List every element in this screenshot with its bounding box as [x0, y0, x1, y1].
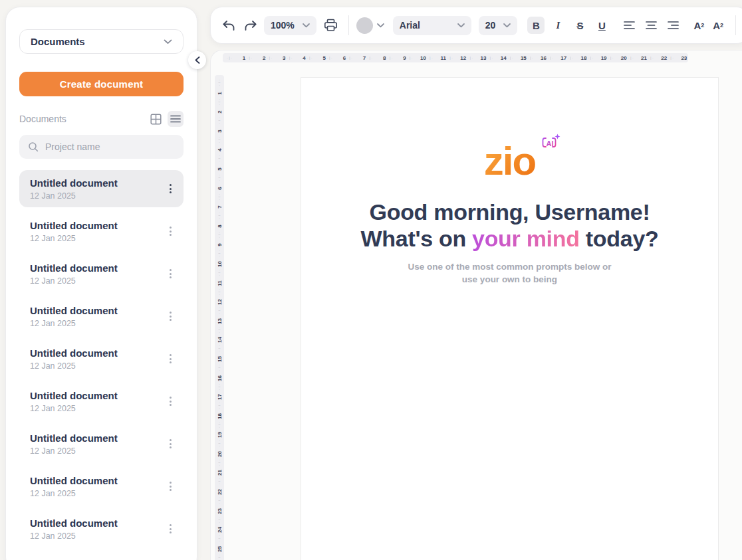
kebab-menu-icon[interactable] — [166, 478, 176, 495]
document-list-item[interactable]: Untitled document 12 Jan 2025 — [19, 468, 184, 505]
ruler-number: 21 — [641, 55, 647, 61]
ruler-number: 10 — [420, 55, 426, 61]
document-list-item[interactable]: Untitled document 12 Jan 2025 — [19, 213, 184, 250]
greeting-highlight: your mind — [472, 226, 580, 251]
document-title: Untitled document — [30, 219, 118, 232]
ruler-number: 9 — [216, 244, 222, 246]
redo-button[interactable] — [242, 17, 259, 34]
document-list-item[interactable]: Untitled document 12 Jan 2025 — [19, 510, 184, 547]
document-list-item[interactable]: Untitled document 12 Jan 2025 — [19, 255, 184, 292]
chevron-down-icon — [303, 23, 310, 28]
bold-button[interactable]: B — [527, 17, 545, 34]
align-left-button[interactable] — [620, 17, 638, 34]
document-list-item[interactable]: Untitled document 12 Jan 2025 — [19, 383, 184, 420]
font-size-value: 20 — [485, 20, 496, 31]
chevron-down-icon — [457, 23, 465, 28]
underline-button[interactable]: U — [593, 17, 610, 34]
document-title: Untitled document — [30, 304, 118, 317]
chevron-down-icon — [164, 39, 172, 45]
greeting-line1: Good morning, Username! — [370, 199, 650, 225]
ruler-number: 18 — [217, 413, 223, 419]
chevron-down-icon — [377, 23, 384, 28]
print-button[interactable] — [322, 17, 340, 34]
sidebar: Documents Create document Documents — [5, 7, 197, 560]
zio-logo-text: zio — [484, 139, 535, 183]
document-date: 12 Jan 2025 — [30, 191, 118, 201]
ruler-number: 17 — [217, 394, 223, 400]
document-date: 12 Jan 2025 — [30, 319, 118, 328]
ruler-number: 8 — [216, 225, 222, 227]
document-date: 12 Jan 2025 — [30, 531, 118, 541]
document-list-item[interactable]: Untitled document 12 Jan 2025 — [19, 340, 184, 377]
vertical-ruler[interactable]: 1234567891011121314151617181920212223242… — [215, 75, 224, 560]
toolbar-divider — [348, 15, 349, 35]
document-date: 12 Jan 2025 — [30, 489, 118, 498]
sidebar-collapse-button[interactable] — [188, 51, 206, 69]
document-list: Untitled document 12 Jan 2025 Untitled d… — [19, 170, 184, 547]
search-icon — [28, 141, 39, 152]
font-size-dropdown[interactable]: 20 — [479, 16, 518, 35]
prompt-subtitle: Use one of the most common prompts below… — [301, 260, 718, 286]
ai-badge-icon: AI — [539, 134, 560, 153]
document-page[interactable]: zio AI Good m — [301, 77, 719, 560]
greeting-heading: Good morning, Username! What's on your m… — [301, 199, 718, 252]
document-title: Untitled document — [30, 432, 118, 444]
kebab-menu-icon[interactable] — [166, 520, 176, 537]
ruler-number: 10 — [217, 261, 223, 267]
documents-section-title: Documents — [19, 114, 66, 124]
greeting-line2-prefix: What's on — [361, 226, 473, 251]
ruler-number: 13 — [217, 318, 223, 324]
ruler-number: 12 — [460, 55, 466, 61]
kebab-menu-icon[interactable] — [166, 223, 176, 240]
ruler-number: 23 — [681, 55, 687, 61]
ruler-number: 11 — [217, 280, 223, 286]
collection-dropdown[interactable]: Documents — [19, 29, 184, 54]
document-date: 12 Jan 2025 — [30, 234, 118, 243]
kebab-menu-icon[interactable] — [166, 393, 176, 410]
align-right-button[interactable] — [664, 17, 681, 34]
editor-toolbar: 100% Arial 20 B I — [210, 7, 742, 44]
align-center-button[interactable] — [642, 17, 660, 34]
zoom-dropdown[interactable]: 100% — [264, 16, 316, 35]
kebab-menu-icon[interactable] — [166, 435, 176, 452]
kebab-menu-icon[interactable] — [166, 350, 176, 367]
document-list-item[interactable]: Untitled document 12 Jan 2025 — [19, 298, 184, 335]
ruler-number: 14 — [217, 337, 223, 343]
create-document-button[interactable]: Create document — [19, 72, 184, 96]
document-list-item[interactable]: Untitled document 12 Jan 2025 — [19, 425, 184, 462]
ruler-number: 11 — [441, 55, 446, 61]
ruler-number: 2 — [216, 110, 222, 113]
search-input[interactable] — [45, 141, 175, 152]
ruler-number: 16 — [217, 375, 223, 381]
ruler-number: 13 — [481, 55, 487, 61]
ai-badge-label: AI — [547, 140, 554, 147]
document-title: Untitled document — [30, 262, 118, 274]
search-box — [19, 135, 184, 159]
font-family-dropdown[interactable]: Arial — [393, 16, 471, 35]
greeting-line2-suffix: today? — [580, 226, 659, 251]
ruler-number: 20 — [217, 451, 223, 457]
ruler-number: 20 — [621, 55, 627, 61]
zio-logo: zio AI — [484, 144, 535, 179]
subscript-button[interactable]: A2 — [711, 17, 725, 34]
list-view-icon[interactable] — [168, 111, 184, 127]
kebab-menu-icon[interactable] — [166, 308, 176, 325]
ruler-number: 14 — [501, 55, 507, 61]
ruler-number: 21 — [217, 470, 223, 476]
grid-view-icon[interactable] — [148, 111, 164, 127]
document-title: Untitled document — [30, 517, 118, 529]
ruler-number: 4 — [216, 149, 222, 151]
kebab-menu-icon[interactable] — [166, 180, 176, 197]
kebab-menu-icon[interactable] — [166, 265, 176, 282]
text-color-dropdown[interactable] — [356, 17, 384, 34]
strikethrough-button[interactable]: S — [571, 17, 588, 34]
ruler-number: 24 — [217, 527, 223, 533]
document-list-item[interactable]: Untitled document 12 Jan 2025 — [19, 170, 184, 207]
superscript-button[interactable]: A2 — [691, 17, 706, 34]
document-title: Untitled document — [30, 474, 118, 487]
horizontal-ruler[interactable]: 1234567891011121314151617181920212223 — [223, 53, 688, 62]
undo-button[interactable] — [220, 17, 237, 34]
document-title: Untitled document — [30, 389, 118, 402]
document-title: Untitled document — [30, 177, 118, 189]
italic-button[interactable]: I — [549, 17, 566, 34]
